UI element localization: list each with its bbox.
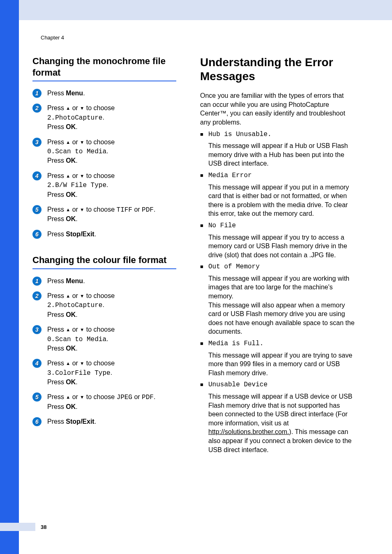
text: . bbox=[95, 418, 96, 425]
text: . bbox=[76, 345, 77, 352]
link-text[interactable]: http://solutions.brother.com. bbox=[208, 428, 289, 435]
step-badge-4: 4 bbox=[32, 359, 42, 368]
error-item: ■Out of MemoryThis message will appear i… bbox=[200, 263, 355, 336]
text: . bbox=[111, 369, 112, 376]
intro-paragraph: Once you are familiar with the types of … bbox=[200, 91, 355, 127]
text: Press bbox=[47, 215, 66, 222]
text: . bbox=[76, 215, 77, 222]
ok-key: OK bbox=[66, 157, 76, 164]
menu-path: 2.PhotoCapture bbox=[47, 114, 102, 122]
error-description: This message will appear if you are tryi… bbox=[208, 351, 355, 378]
error-item: ■Unusable DeviceThis message will appear… bbox=[200, 381, 355, 454]
step-body: Press ▲ or ▼ to choose 2.PhotoCapture. P… bbox=[47, 291, 115, 319]
step-row: 1 Press Menu. bbox=[32, 277, 176, 286]
subtitle-rule bbox=[32, 81, 176, 81]
error-item: ■Media ErrorThis message will appear if … bbox=[200, 171, 355, 218]
step-body: Press ▲ or ▼ to choose JPEG or PDF. Pres… bbox=[47, 392, 155, 411]
step-row: 6 Press Stop/Exit. bbox=[32, 230, 176, 239]
text: Press bbox=[47, 157, 66, 164]
text: . bbox=[76, 123, 77, 130]
text: . bbox=[83, 277, 85, 284]
step-row: 4 Press ▲ or ▼ to choose 2.B/W File Type… bbox=[32, 171, 176, 199]
text: . bbox=[76, 191, 77, 198]
ok-key: OK bbox=[66, 191, 76, 198]
error-body: Media ErrorThis message will appear if y… bbox=[208, 171, 355, 218]
text: Press bbox=[47, 379, 66, 385]
ok-key: OK bbox=[66, 379, 76, 385]
text: Press bbox=[47, 311, 66, 318]
square-bullet-icon: ■ bbox=[200, 263, 204, 271]
error-label: Hub is Unusable. bbox=[208, 130, 355, 139]
text: This message will appear if you try to a… bbox=[208, 234, 347, 259]
error-body: No FileThis message will appear if you t… bbox=[208, 222, 355, 259]
text: Press ▲ or ▼ to choose bbox=[47, 172, 115, 179]
filetype-pdf: PDF bbox=[142, 206, 154, 214]
menu-path: 2.PhotoCapture bbox=[47, 302, 102, 309]
error-label: Media is Full. bbox=[208, 339, 355, 349]
text: Press ▲ or ▼ to choose bbox=[47, 393, 117, 400]
text: Press bbox=[47, 231, 66, 238]
step-body: Press ▲ or ▼ to choose TIFF or PDF. Pres… bbox=[47, 205, 155, 224]
menu-path: 0.Scan to Media bbox=[47, 336, 106, 343]
ok-key: OK bbox=[66, 345, 76, 352]
step-badge-5: 5 bbox=[32, 205, 42, 214]
text: This message will appear if you are work… bbox=[208, 275, 349, 300]
menu-key: Menu bbox=[66, 277, 83, 284]
text: Press bbox=[47, 345, 66, 352]
step-badge-3: 3 bbox=[32, 138, 42, 147]
step-row: 4 Press ▲ or ▼ to choose 3.ColorFile Typ… bbox=[32, 359, 176, 387]
step-badge-3: 3 bbox=[32, 325, 42, 334]
text: Press bbox=[47, 403, 66, 410]
error-list: ■Hub is Unusable.This message will appea… bbox=[200, 130, 355, 455]
text: or bbox=[132, 206, 142, 213]
error-item: ■Media is Full.This message will appear … bbox=[200, 339, 355, 377]
text: Press ▲ or ▼ to choose bbox=[47, 360, 115, 367]
text: Press bbox=[47, 277, 66, 284]
text: . bbox=[106, 181, 108, 188]
text: . bbox=[76, 311, 77, 318]
step-badge-1: 1 bbox=[32, 89, 42, 98]
stopexit-key: Stop/Exit bbox=[66, 418, 94, 425]
subtitle-rule bbox=[32, 268, 176, 269]
text: Press ▲ or ▼ to choose bbox=[47, 104, 115, 111]
menu-path: 0.Scan to Media bbox=[47, 148, 106, 155]
text: This message will also appear when a mem… bbox=[208, 302, 355, 335]
step-badge-5: 5 bbox=[32, 392, 42, 402]
step-body: Press ▲ or ▼ to choose 0.Scan to Media. … bbox=[47, 325, 115, 353]
text: Press bbox=[47, 191, 66, 198]
step-badge-2: 2 bbox=[32, 291, 42, 300]
step-badge-2: 2 bbox=[32, 104, 42, 113]
error-label: Out of Memory bbox=[208, 263, 355, 272]
step-body: Press Menu. bbox=[47, 89, 85, 98]
title-error-messages: Understanding the Error Messages bbox=[200, 55, 355, 83]
text: . bbox=[95, 231, 96, 238]
side-accent-bar bbox=[0, 0, 19, 554]
text: Press ▲ or ▼ to choose bbox=[47, 326, 115, 333]
text: This message will appear if you put in a… bbox=[208, 184, 349, 217]
error-description: This message will appear if you try to a… bbox=[208, 233, 355, 260]
text: Press ▲ or ▼ to choose bbox=[47, 206, 117, 213]
step-row: 2 Press ▲ or ▼ to choose 2.PhotoCapture.… bbox=[32, 104, 176, 132]
step-body: Press ▲ or ▼ to choose 3.ColorFile Type.… bbox=[47, 359, 115, 387]
error-body: Media is Full.This message will appear i… bbox=[208, 339, 355, 377]
text: This message will appear if a Hub or USB… bbox=[208, 142, 348, 167]
error-item: ■No FileThis message will appear if you … bbox=[200, 222, 355, 259]
text: . bbox=[106, 148, 108, 155]
error-label: No File bbox=[208, 222, 355, 231]
step-body: Press ▲ or ▼ to choose 0.Scan to Media. … bbox=[47, 138, 115, 166]
page-content: Changing the monochrome file format 1 Pr… bbox=[32, 55, 365, 454]
right-column: Understanding the Error Messages Once yo… bbox=[200, 55, 355, 454]
step-badge-6: 6 bbox=[32, 230, 42, 239]
page-number: 38 bbox=[41, 524, 46, 530]
step-badge-1: 1 bbox=[32, 277, 42, 286]
error-body: Hub is Unusable.This message will appear… bbox=[208, 130, 355, 168]
square-bullet-icon: ■ bbox=[200, 381, 204, 389]
error-body: Out of MemoryThis message will appear if… bbox=[208, 263, 355, 336]
step-badge-6: 6 bbox=[32, 417, 42, 426]
text: . bbox=[154, 206, 155, 213]
step-row: 3 Press ▲ or ▼ to choose 0.Scan to Media… bbox=[32, 325, 176, 353]
ok-key: OK bbox=[66, 403, 76, 410]
subtitle-monochrome: Changing the monochrome file format bbox=[32, 55, 176, 78]
text: This message will appear if you are tryi… bbox=[208, 352, 352, 376]
square-bullet-icon: ■ bbox=[200, 171, 204, 180]
